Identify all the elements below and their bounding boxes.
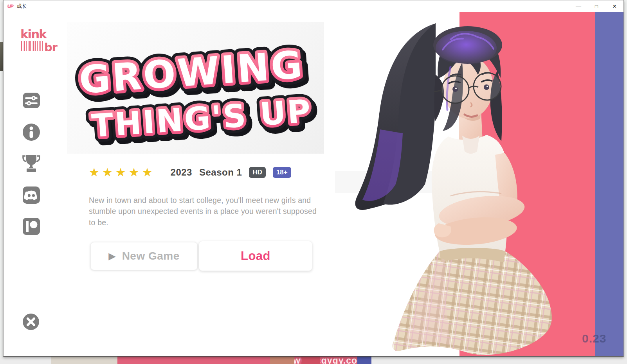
background-window-fragment	[357, 357, 371, 364]
logo-word-kink: kink	[20, 29, 47, 41]
art-purple-stripe	[595, 12, 624, 357]
adult-badge: 18+	[273, 167, 291, 178]
minimize-button[interactable]: —	[569, 0, 587, 12]
star-icon: ★	[142, 165, 153, 179]
window-title: 成长	[17, 3, 27, 10]
desktop-strip: www.acgygy.com	[0, 357, 627, 364]
background-window-fragment: www.acgygy.com	[117, 357, 358, 364]
logo-word-br: br	[44, 41, 58, 53]
game-description: New in town and about to start college, …	[89, 195, 318, 228]
new-game-label: New Game	[122, 250, 180, 262]
settings-sliders-icon	[22, 91, 40, 109]
background-window-fragment	[301, 357, 320, 364]
trophy-icon	[22, 154, 40, 173]
load-button[interactable]: Load	[199, 241, 312, 271]
settings-button[interactable]	[22, 91, 40, 111]
exit-button[interactable]	[22, 313, 40, 332]
play-icon: ▶	[108, 251, 115, 261]
release-year: 2023	[171, 167, 192, 178]
hd-badge: HD	[249, 167, 266, 178]
meta-row: ★ ★ ★ ★ ★ 2023 Season 1 HD 18+	[89, 165, 291, 179]
new-game-button[interactable]: ▶ New Game	[90, 242, 198, 270]
close-circle-icon	[22, 313, 40, 330]
version-number: 0.23	[582, 332, 606, 345]
title-bar[interactable]: UP 成长 — □ ✕	[4, 0, 623, 12]
patreon-button[interactable]	[22, 217, 40, 237]
game-window: 0.23 UP 成长 — □ ✕ kink br	[3, 0, 624, 357]
patreon-icon	[22, 217, 40, 235]
discord-button[interactable]	[22, 186, 40, 206]
load-label: Load	[241, 249, 270, 263]
barcode-icon	[21, 41, 43, 51]
window-controls: — □ ✕	[569, 0, 623, 12]
discord-icon	[22, 186, 40, 204]
achievements-button[interactable]	[22, 154, 40, 175]
rating-stars: ★ ★ ★ ★ ★	[89, 165, 153, 179]
kink-br-logo: kink br	[20, 29, 58, 54]
info-icon	[22, 123, 40, 141]
logo-text-line1: GROWING	[77, 43, 305, 102]
background-window-fragment	[270, 357, 294, 364]
maximize-button[interactable]: □	[587, 0, 605, 12]
close-button[interactable]: ✕	[605, 0, 623, 12]
star-icon: ★	[102, 165, 113, 179]
star-icon: ★	[89, 165, 99, 179]
background-window-fragment	[51, 357, 117, 364]
background-window-edge	[0, 42, 3, 71]
game-logo: GROWING THING'S UP GROWING THING'S UP GR…	[67, 22, 324, 154]
app-icon: UP	[7, 4, 13, 9]
star-icon: ★	[129, 165, 139, 179]
info-button[interactable]	[22, 123, 40, 143]
star-icon: ★	[115, 165, 126, 179]
character-illustration	[333, 12, 556, 357]
watermark-url: www.acgygy.com	[286, 355, 366, 364]
game-logo-panel: GROWING THING'S UP GROWING THING'S UP GR…	[67, 22, 324, 154]
season-label: Season 1	[199, 167, 242, 178]
